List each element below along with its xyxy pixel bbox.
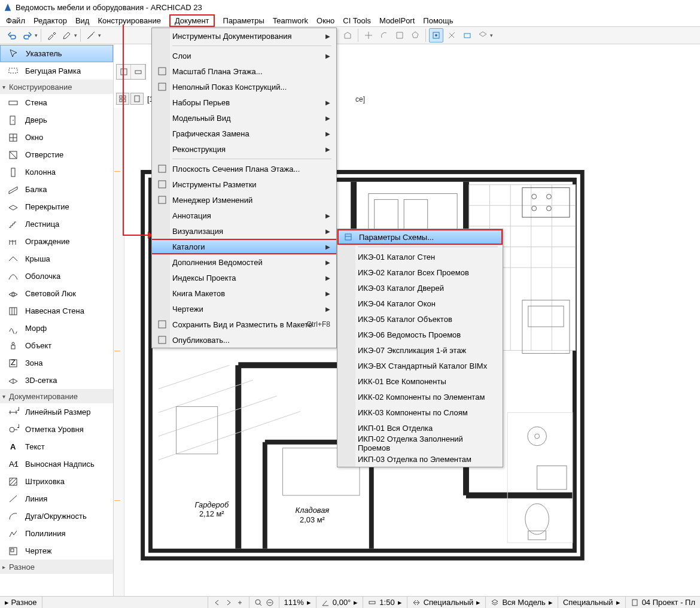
tool-slab[interactable]: Перекрытие bbox=[0, 198, 113, 215]
tb-snap[interactable] bbox=[429, 28, 443, 42]
sb-left-expand[interactable]: ▸ Разное bbox=[0, 597, 42, 608]
section-header[interactable]: ▾Конструирование bbox=[0, 80, 113, 94]
sb-zoom-buttons[interactable] bbox=[249, 597, 279, 608]
sb-nav-buttons[interactable] bbox=[208, 597, 249, 608]
menu-file[interactable]: Файл bbox=[6, 16, 25, 25]
tool-door[interactable]: Дверь bbox=[0, 111, 113, 129]
tool-column[interactable]: Колонна bbox=[0, 163, 113, 181]
menuitem[interactable]: Каталоги▶ bbox=[152, 239, 336, 254]
menuitem[interactable]: Инструменты Документирования▶ bbox=[152, 28, 336, 44]
menuitem[interactable]: ИКЭ-05 Каталог Объектов bbox=[337, 311, 503, 327]
tool-rail[interactable]: Ограждение bbox=[0, 233, 113, 250]
menu-citools[interactable]: CI Tools bbox=[343, 16, 371, 25]
section-header[interactable]: ▾Документирование bbox=[0, 389, 113, 403]
tb-g[interactable] bbox=[445, 28, 459, 42]
tool-draw[interactable]: Чертеж bbox=[0, 542, 113, 560]
menuitem[interactable]: ИКК-01 Все Компоненты bbox=[337, 373, 503, 389]
menuitem[interactable]: Наборы Перьев▶ bbox=[152, 95, 336, 110]
menuitem[interactable]: Плоскость Сечения Плана Этажа... bbox=[152, 161, 336, 177]
sb-zoom-value[interactable]: 111% ▸ bbox=[279, 597, 316, 608]
menuitem[interactable]: ИКП-02 Отделка Заполнений Проемов bbox=[337, 436, 503, 451]
menu-help[interactable]: Помощь bbox=[423, 16, 453, 25]
menuitem[interactable]: ИКК-03 Компоненты по Слоям bbox=[337, 405, 503, 420]
menuitem[interactable]: ИКЭ-04 Каталог Окон bbox=[337, 296, 503, 311]
menuitem[interactable]: Графическая Замена▶ bbox=[152, 126, 336, 141]
menu-modelport[interactable]: ModelPort bbox=[379, 16, 415, 25]
tool-window[interactable]: Окно bbox=[0, 129, 113, 146]
tool-line[interactable]: Линия bbox=[0, 490, 113, 507]
redo-button[interactable] bbox=[20, 28, 35, 42]
menuitem[interactable]: ИКЭ-01 Каталог Стен bbox=[337, 249, 503, 265]
menu-construct[interactable]: Конструирование bbox=[98, 16, 160, 25]
tb-h[interactable] bbox=[460, 28, 474, 42]
tool-opening[interactable]: Отверстие bbox=[0, 146, 113, 163]
menuitem[interactable]: Сохранить Вид и Разместить в МакетеCtrl+… bbox=[152, 317, 336, 332]
menuitem[interactable]: ИКК-02 Компоненты по Элементам bbox=[337, 389, 503, 405]
menubar[interactable]: Файл Редактор Вид Конструирование Докуме… bbox=[0, 14, 700, 26]
tool-shell[interactable]: Оболочка bbox=[0, 267, 113, 285]
menuitem[interactable]: Менеджер Изменений bbox=[152, 192, 336, 208]
tool-stair[interactable]: Лестница bbox=[0, 215, 113, 233]
menuitem[interactable]: ИКП-01 Вся Отделка bbox=[337, 420, 503, 436]
menuitem[interactable]: Неполный Показ Конструкций... bbox=[152, 79, 336, 95]
menuitem[interactable]: Аннотация▶ bbox=[152, 208, 336, 223]
tool-text[interactable]: AТекст bbox=[0, 438, 113, 455]
sb-angle[interactable]: 0,00° ▸ bbox=[316, 597, 364, 608]
tb-e[interactable] bbox=[392, 28, 407, 42]
tb-c[interactable] bbox=[361, 28, 376, 42]
menuitem[interactable]: Модельный Вид▶ bbox=[152, 110, 336, 126]
menuitem[interactable]: Индексы Проекта▶ bbox=[152, 270, 336, 285]
menu-editor[interactable]: Редактор bbox=[34, 16, 67, 25]
menu-teamwork[interactable]: Teamwork bbox=[273, 16, 308, 25]
tool-morph[interactable]: Морф bbox=[0, 320, 113, 337]
tool-label[interactable]: A1Выносная Надпись bbox=[0, 455, 113, 473]
menuitem[interactable]: ИКЭ-02 Каталог Всех Проемов bbox=[337, 265, 503, 280]
tool-skylight[interactable]: Световой Люк bbox=[0, 285, 113, 302]
sb-scale[interactable]: 1:50 ▸ bbox=[363, 597, 407, 608]
menu-view[interactable]: Вид bbox=[75, 16, 90, 25]
eyedropper-button[interactable] bbox=[44, 28, 59, 42]
tool-curtain[interactable]: Навесная Стена bbox=[0, 302, 113, 320]
menuitem[interactable]: Опубликовать... bbox=[152, 332, 336, 348]
menuitem[interactable]: Масштаб Плана Этажа... bbox=[152, 63, 336, 79]
menuitem[interactable]: Слои▶ bbox=[152, 48, 336, 63]
menuitem[interactable]: ИКЭ-ВХ Стандартный Каталог BIMx bbox=[337, 358, 503, 373]
undo-button[interactable] bbox=[5, 28, 19, 42]
tb-d[interactable] bbox=[377, 28, 391, 42]
section-header[interactable]: ▸Разное bbox=[0, 560, 113, 574]
menuitem[interactable]: Дополнения Ведомостей▶ bbox=[152, 254, 336, 270]
menuitem[interactable]: ИКЭ-03 Каталог Дверей bbox=[337, 280, 503, 296]
menuitem[interactable]: ИКЭ-06 Ведомость Проемов bbox=[337, 327, 503, 342]
menuitem[interactable]: Визуализация▶ bbox=[152, 223, 336, 239]
tool-pointer[interactable]: Указатель bbox=[0, 45, 113, 62]
document-menu[interactable]: Инструменты Документирования▶Слои▶Масшта… bbox=[151, 28, 337, 348]
sb-layer[interactable]: Вся Модель ▸ bbox=[486, 597, 558, 608]
tool-object[interactable]: Объект bbox=[0, 337, 113, 354]
tool-level[interactable]: 1,2Отметка Уровня bbox=[0, 421, 113, 438]
ruler-button[interactable] bbox=[84, 28, 98, 42]
menu-window[interactable]: Окно bbox=[316, 16, 334, 25]
menuitem[interactable]: ИКП-03 Отделка по Элементам bbox=[337, 451, 503, 467]
tool-poly[interactable]: Полилиния bbox=[0, 525, 113, 542]
tool-marquee[interactable]: Бегущая Рамка bbox=[0, 62, 113, 80]
tool-wall[interactable]: Стена bbox=[0, 94, 113, 111]
menuitem[interactable]: Чертежи▶ bbox=[152, 301, 336, 317]
tb-i[interactable] bbox=[476, 28, 490, 42]
menuitem[interactable]: ИКЭ-07 Экспликация 1-й этаж bbox=[337, 342, 503, 358]
menuitem[interactable]: Книга Макетов▶ bbox=[152, 285, 336, 301]
sb-override[interactable]: Специальный ▸ bbox=[558, 597, 626, 608]
tb-b[interactable] bbox=[340, 28, 355, 42]
sb-project[interactable]: 04 Проект - Пл bbox=[626, 597, 700, 608]
tool-zone[interactable]: ZЗона bbox=[0, 354, 113, 372]
menuitem[interactable]: Инструменты Разметки bbox=[152, 177, 336, 192]
inject-button[interactable] bbox=[60, 28, 74, 42]
tab-page-icon[interactable] bbox=[130, 93, 144, 105]
tool-mesh[interactable]: 3D-сетка bbox=[0, 372, 113, 389]
sb-mvo[interactable]: Специальный ▸ bbox=[407, 597, 486, 608]
menu-document[interactable]: Документ bbox=[169, 14, 215, 27]
options-mini-toolbar[interactable] bbox=[116, 64, 146, 80]
catalog-submenu[interactable]: Параметры Схемы...ИКЭ-01 Каталог СтенИКЭ… bbox=[337, 229, 503, 467]
menuitem[interactable]: Реконструкция▶ bbox=[152, 141, 336, 157]
tool-beam[interactable]: Балка bbox=[0, 181, 113, 198]
tb-f[interactable] bbox=[408, 28, 422, 42]
